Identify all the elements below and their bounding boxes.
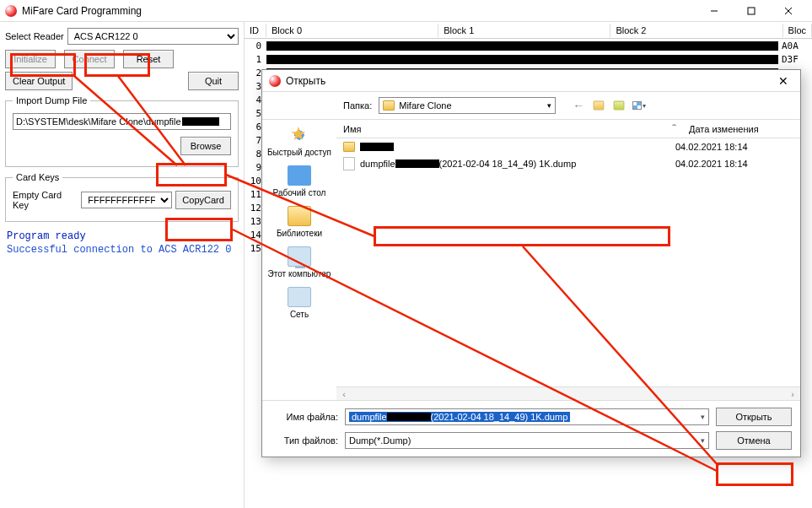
log-line-1: Program ready xyxy=(7,230,237,244)
dialog-footer: Имя файла: dumpfile(2021-02-04 18_14_49)… xyxy=(262,401,800,457)
initialize-button[interactable]: Initialize xyxy=(5,50,56,68)
select-reader-label: Select Reader xyxy=(5,31,64,41)
dialog-app-icon xyxy=(269,75,281,87)
place-pc[interactable]: Этот компьютер xyxy=(268,246,331,278)
open-dialog: Открыть ✕ Папка: Mifare Clone ▾ ← Быстры… xyxy=(261,69,801,457)
up-folder-icon[interactable] xyxy=(591,99,606,112)
places-bar: Быстрый доступ Рабочий стол Библиотеки Э… xyxy=(262,120,336,400)
filetype-label: Тип файлов: xyxy=(271,435,338,446)
close-button[interactable] xyxy=(770,0,807,22)
folder-label: Папка: xyxy=(343,100,372,111)
open-button[interactable]: Открыть xyxy=(716,408,792,426)
filename-label: Имя файла: xyxy=(271,412,338,422)
redacted-path xyxy=(182,117,219,126)
col-block3[interactable]: Bloc xyxy=(783,24,812,37)
quit-button[interactable]: Quit xyxy=(188,72,239,90)
col-id[interactable]: ID xyxy=(245,24,266,37)
file-list[interactable]: 04.02.2021 18:14 dumpfile(2021-02-04 18_… xyxy=(336,138,800,386)
reset-button[interactable]: Reset xyxy=(123,50,174,68)
place-net[interactable]: Сеть xyxy=(288,287,311,319)
folder-combo[interactable]: Mifare Clone ▾ xyxy=(379,97,556,114)
list-item[interactable]: dumpfile(2021-02-04 18_14_49) 1K.dump 04… xyxy=(336,155,800,172)
row-suffix: D3F xyxy=(780,54,812,65)
row-suffix: A0A xyxy=(780,41,812,51)
filetype-combo[interactable]: Dump(*.Dump) xyxy=(345,432,709,449)
file-pane: Имя Дата изменения 04.02.2021 18:14 dump… xyxy=(336,120,800,400)
copycard-button[interactable]: CopyCard xyxy=(175,191,231,209)
filecol-name[interactable]: Имя xyxy=(336,122,682,136)
card-keys-legend: Card Keys xyxy=(13,172,62,182)
scroll-left-icon[interactable]: ‹ xyxy=(336,389,352,399)
svg-rect-1 xyxy=(748,8,755,14)
col-block1[interactable]: Block 1 xyxy=(438,24,610,37)
import-dump-legend: Import Dump File xyxy=(13,95,90,105)
table-row[interactable]: 1D3F xyxy=(245,52,812,66)
app-icon xyxy=(5,5,17,17)
minimize-button[interactable] xyxy=(696,0,733,22)
table-header: ID Block 0 Block 1 Block 2 Bloc xyxy=(245,22,812,39)
place-libs[interactable]: Библиотеки xyxy=(277,206,322,238)
table-row[interactable]: 0A0A xyxy=(245,39,812,52)
row-data xyxy=(266,41,778,51)
maximize-button[interactable] xyxy=(733,0,770,22)
place-desktop[interactable]: Рабочий стол xyxy=(273,165,326,197)
col-block0[interactable]: Block 0 xyxy=(266,24,438,37)
import-dump-group: Import Dump File D:\SYSTEM\desk\Mifare C… xyxy=(5,95,239,167)
row-id: 0 xyxy=(245,41,266,51)
dialog-title: Открыть xyxy=(286,75,325,87)
file-date: 04.02.2021 18:14 xyxy=(675,142,793,152)
file-date: 04.02.2021 18:14 xyxy=(675,159,793,169)
filename-value: dumpfile(2021-02-04 18_14_49) 1K.dump xyxy=(349,412,570,422)
log-output: Program ready Successful connection to A… xyxy=(5,227,239,260)
dialog-toolbar: Папка: Mifare Clone ▾ ← xyxy=(262,92,800,119)
file-icon xyxy=(343,157,355,170)
row-id: 1 xyxy=(245,54,266,65)
left-panel: Select Reader ACS ACR122 0 Initialize Co… xyxy=(0,22,245,508)
connect-button[interactable]: Connect xyxy=(64,50,115,68)
empty-card-key-label: Empty Card Key xyxy=(13,190,78,210)
row-data xyxy=(266,55,778,64)
window-buttons xyxy=(696,0,807,22)
dump-path-text: D:\SYSTEM\desk\Mifare Clone\dumpfile xyxy=(16,116,181,127)
main-titlebar: MiFare Card Programming xyxy=(0,0,812,22)
cancel-button[interactable]: Отмена xyxy=(716,431,792,450)
log-line-2: Successful connection to ACS ACR122 0 xyxy=(7,244,237,257)
card-keys-group: Card Keys Empty Card Key FFFFFFFFFFFF Co… xyxy=(5,172,239,222)
reader-select[interactable]: ACS ACR122 0 xyxy=(67,28,239,45)
browse-button[interactable]: Browse xyxy=(180,137,231,155)
place-quick[interactable]: Быстрый доступ xyxy=(267,125,331,157)
scroll-right-icon[interactable]: › xyxy=(785,389,800,399)
dialog-titlebar: Открыть ✕ xyxy=(262,70,800,92)
view-menu-icon[interactable] xyxy=(632,99,647,112)
new-folder-icon[interactable] xyxy=(611,99,626,112)
filecol-date[interactable]: Дата изменения xyxy=(682,122,800,136)
h-scrollbar[interactable]: ‹ › xyxy=(336,386,800,400)
folder-icon xyxy=(383,100,395,111)
folder-icon xyxy=(343,142,355,152)
dump-path-input[interactable]: D:\SYSTEM\desk\Mifare Clone\dumpfile xyxy=(13,113,231,130)
empty-card-key-select[interactable]: FFFFFFFFFFFF xyxy=(81,192,172,208)
folder-name: Mifare Clone xyxy=(399,100,451,111)
filename-combo[interactable]: dumpfile(2021-02-04 18_14_49) 1K.dump xyxy=(345,408,709,425)
window-title: MiFare Card Programming xyxy=(22,5,142,17)
back-icon[interactable]: ← xyxy=(571,99,586,112)
col-block2[interactable]: Block 2 xyxy=(610,24,782,37)
clear-output-button[interactable]: Clear Output xyxy=(5,72,73,90)
dialog-close-button[interactable]: ✕ xyxy=(773,73,793,89)
file-name xyxy=(360,143,675,151)
file-name: dumpfile(2021-02-04 18_14_49) 1K.dump xyxy=(360,159,675,169)
list-item[interactable]: 04.02.2021 18:14 xyxy=(336,138,800,155)
